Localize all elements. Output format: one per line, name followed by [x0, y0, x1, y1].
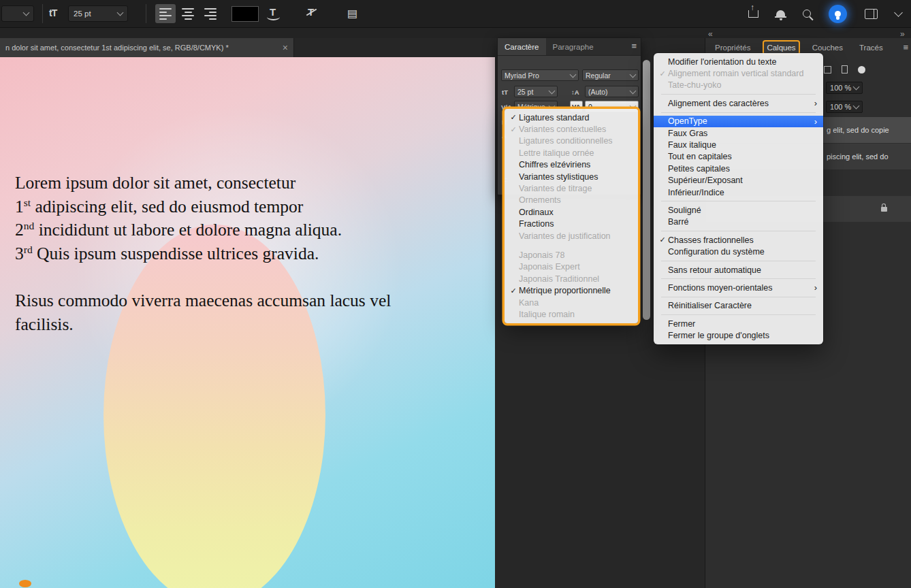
tool-preset-dropdown[interactable] [1, 5, 34, 22]
align-center-button[interactable] [178, 4, 198, 23]
photoshop-window: tT 25 pt T T ▤ « » n dolor sit amet, con [0, 0, 911, 588]
filter-page-icon[interactable] [842, 65, 848, 74]
menu-item-label: Japonais Expert [519, 262, 632, 272]
align-left-button[interactable] [155, 4, 176, 23]
opentype-menu-item[interactable]: Fractions [505, 218, 638, 230]
type-menu-item[interactable]: Tout en capitales [654, 151, 823, 163]
discover-lightbulb-icon[interactable] [829, 5, 847, 23]
text-color-swatch[interactable] [231, 6, 259, 22]
panel-tab-tracés[interactable]: Tracés [857, 42, 886, 54]
workspace-icon[interactable] [865, 9, 878, 19]
fill-row: : 100 % [821, 101, 863, 113]
collapse-panels-right-icon[interactable]: » [900, 29, 905, 39]
menu-item-label: Réinitialiser Caractère [668, 301, 817, 310]
type-menu-item[interactable]: Fonctions moyen-orientales› [654, 282, 823, 293]
filter-circle-icon[interactable] [858, 66, 865, 74]
panel-header-strip [0, 28, 911, 38]
panel-tab-couches[interactable]: Couches [810, 42, 846, 54]
type-menu-item[interactable]: Fermer [654, 318, 823, 329]
document-scrollbar[interactable] [643, 60, 650, 320]
font-family-select[interactable]: Myriad Pro [501, 69, 579, 81]
panel-menu-icon[interactable]: ≡ [631, 41, 637, 51]
char-panel-tab[interactable]: Paragraphe [546, 38, 601, 55]
filter-square-icon[interactable] [824, 66, 831, 74]
menu-item-label: Kana [519, 298, 632, 308]
chevron-down-icon [630, 102, 637, 109]
align-right-button[interactable] [200, 4, 221, 23]
type-menu-item[interactable]: Alignement des caractères› [654, 97, 823, 109]
chevron-down-icon [853, 84, 860, 91]
check-icon: ✓ [508, 125, 519, 134]
type-menu-item[interactable]: OpenType› [654, 116, 823, 127]
chevron-down-icon [570, 71, 577, 78]
text-line: 2nd incididunt ut labore et dolore magna… [15, 218, 473, 242]
submenu-arrow-icon: › [814, 283, 817, 292]
opentype-menu-item: Kana [505, 297, 638, 308]
panel-tab-calques[interactable]: Calques [764, 42, 798, 54]
opentype-menu-item[interactable]: ✓Métrique proportionnelle [505, 284, 638, 296]
canvas-text[interactable]: Lorem ipsum dolor sit amet, consectetur1… [15, 172, 473, 336]
opentype-submenu: ✓Ligatures standard✓Variantes contextuel… [505, 109, 638, 323]
document-tab[interactable]: n dolor sit amet, consectetur 1st adipis… [0, 38, 294, 57]
layers-panel-menu-icon[interactable]: ≡ [903, 42, 908, 52]
font-size-value: 25 pt [517, 88, 533, 96]
collapse-panels-left-icon[interactable]: « [708, 29, 713, 39]
document-canvas[interactable]: Lorem ipsum dolor sit amet, consectetur1… [0, 57, 495, 588]
font-style-select[interactable]: Regular [582, 69, 639, 81]
type-menu-item[interactable]: Configuration du système [654, 246, 823, 257]
chevron-down-icon [549, 102, 556, 109]
check-icon: ✓ [657, 235, 668, 244]
menu-separator [661, 94, 816, 95]
type-menu-item[interactable]: Faux italique [654, 139, 823, 150]
opacity-row: : 100 % [821, 82, 863, 94]
search-icon[interactable] [803, 10, 811, 18]
menu-item-label: Variantes de justification [519, 231, 632, 241]
menu-separator [661, 201, 816, 201]
chevron-down-icon [630, 71, 637, 78]
type-menu-item[interactable]: Petites capitales [654, 163, 823, 174]
menu-separator [661, 261, 816, 261]
menu-item-label: OpenType [668, 116, 809, 126]
share-icon[interactable] [748, 10, 758, 18]
char-panel-tab[interactable]: Caractère [498, 38, 546, 55]
text-orientation-icon[interactable]: T [308, 6, 314, 18]
opentype-menu-item[interactable]: Variantes stylistiques [505, 171, 638, 182]
menu-item-label: Ligatures conditionnelles [519, 136, 632, 146]
menu-item-label: Faux Gras [668, 129, 817, 138]
type-menu-item[interactable]: Souligné [654, 204, 823, 216]
menu-item-label: Sans retour automatique [668, 265, 817, 275]
opentype-menu-item[interactable]: Chiffres elzéviriens [505, 159, 638, 171]
panel-tab-propriétés[interactable]: Propriétés [712, 42, 753, 54]
font-size-dropdown[interactable]: 25 pt [68, 5, 128, 22]
opentype-menu-item[interactable]: Ordinaux [505, 206, 638, 218]
document-tab-bar: n dolor sit amet, consectetur 1st adipis… [0, 38, 495, 57]
menu-item-label: Tout en capitales [668, 152, 817, 161]
type-menu-item[interactable]: ✓Chasses fractionnelles [654, 234, 823, 246]
menu-item-label: Ligatures standard [519, 113, 632, 122]
menu-separator [661, 314, 816, 315]
leading-field[interactable]: (Auto) [585, 86, 639, 97]
panels-toggle-icon[interactable]: ▤ [347, 7, 357, 20]
opentype-menu-item[interactable]: ✓Ligatures standard [505, 112, 638, 123]
type-menu-item[interactable]: Supérieur/Exposant [654, 175, 823, 186]
notifications-bell-icon[interactable] [776, 10, 785, 18]
fill-field[interactable]: 100 % [826, 101, 863, 113]
type-menu-item[interactable]: Faux Gras [654, 127, 823, 139]
type-menu-item[interactable]: Sans retour automatique [654, 264, 823, 276]
type-menu-item[interactable]: Réinitialiser Caractère [654, 300, 823, 312]
menu-item-label: Italique romain [519, 310, 632, 319]
chevron-down-icon[interactable] [894, 8, 903, 17]
type-menu-item[interactable]: Barré [654, 216, 823, 228]
opentype-menu-item: Ligatures conditionnelles [505, 135, 638, 147]
type-menu-item[interactable]: Fermer le groupe d'onglets [654, 329, 823, 341]
font-size-field[interactable]: 25 pt [514, 86, 558, 97]
warp-text-icon[interactable]: T [270, 6, 276, 18]
opacity-value: 100 % [830, 84, 851, 92]
opacity-field[interactable]: 100 % [826, 82, 863, 94]
menu-separator [661, 278, 816, 279]
type-menu-item[interactable]: Modifier l'orientation du texte [654, 56, 823, 67]
type-menu-item[interactable]: Inférieur/Indice [654, 186, 823, 198]
close-icon[interactable]: × [283, 42, 288, 53]
chevron-down-icon [549, 87, 556, 94]
menu-item-label: Inférieur/Indice [668, 188, 817, 197]
